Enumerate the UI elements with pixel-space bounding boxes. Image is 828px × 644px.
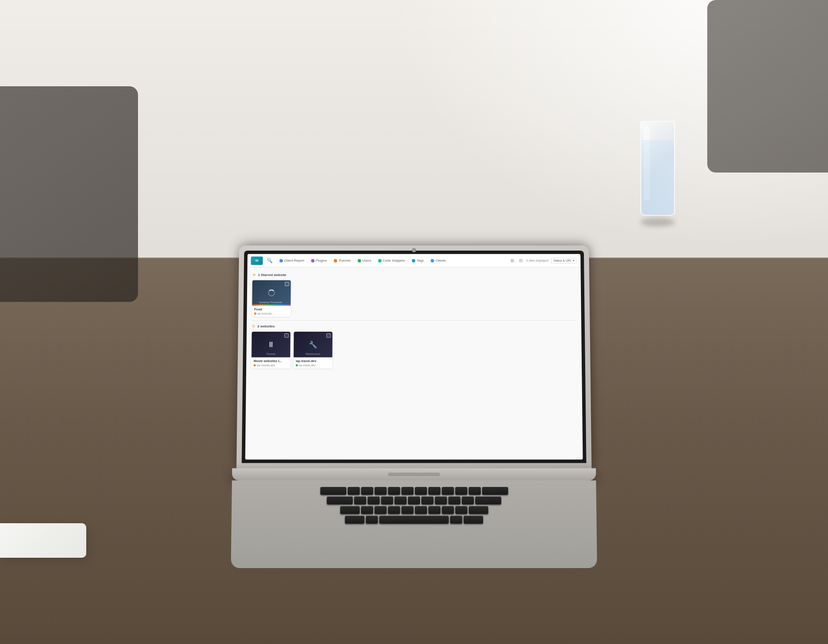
travel-site-card[interactable]: 🔧 Maintenance wp-travel.dev wp-travel.de… [294,332,332,368]
key-row-4 [257,516,571,524]
search-button[interactable]: 🔍 [265,256,274,265]
key-y [415,487,427,495]
status-dropdown-label: Status & URL [553,259,571,262]
tab-clients[interactable]: Clients [428,258,449,264]
key-shift-l [340,506,359,514]
app-header: W 🔍 Client Report Plugins [248,254,581,267]
key-u [428,487,440,495]
nav-tabs: Client Report Plugins Themes Users [276,258,507,264]
movie-site-card[interactable]: ⏸ Paused Movie websites t... wp-movies.d… [251,332,290,368]
starred-icon: ★ [252,273,256,277]
key-k [448,496,460,504]
app-logo[interactable]: W [251,256,263,265]
loading-spinner [268,289,275,296]
tab-themes[interactable]: Themes [331,258,354,264]
key-i [442,487,454,495]
app-content: ★ 1 Starred website Updating T [245,267,583,459]
starred-section-title: 1 Starred website [258,273,286,276]
key-alt-r [450,516,462,524]
dropdown-arrow-icon: ▾ [573,259,574,262]
laptop-lid: W 🔍 Client Report Plugins [236,245,591,468]
key-shift-r [468,506,488,514]
key-n [428,506,440,514]
key-row-3 [257,506,570,514]
movie-card-checkbox[interactable] [284,333,289,338]
key-h [421,496,433,504]
card-checkbox[interactable] [285,282,289,286]
loading-text: Updating Thumbnail... [252,301,291,304]
key-z [361,506,373,514]
food-site-wrapper: Updating Thumbnail... Food wp-food.dev [252,280,291,317]
travel-thumbnail: 🔧 Maintenance [294,332,332,357]
movie-site-name: Movie websites t... [254,359,288,363]
tab-code-snippets-label: Code Snippets [383,259,405,263]
tab-themes-label: Themes [339,259,351,263]
key-alt-l [366,516,378,524]
search-icon: 🔍 [267,258,273,264]
key-x [374,506,386,514]
travel-site-name: wp-travel.dev [296,359,330,363]
food-site-card[interactable]: Updating Thumbnail... Food wp-food.dev [252,280,291,317]
tab-users-label: Users [362,259,371,263]
food-thumbnail: Updating Thumbnail... [252,280,291,306]
movie-url-dot [254,364,256,366]
tab-client-report-label: Client Report [284,259,304,263]
key-l [462,496,474,504]
travel-site-wrapper: 🔧 Maintenance wp-travel.dev wp-travel.de… [294,332,332,368]
tab-tags[interactable]: Tags [409,258,427,264]
food-url-dot [254,312,256,314]
key-r [388,487,400,495]
key-c [388,506,400,514]
screen: W 🔍 Client Report Plugins [245,254,583,460]
tab-client-report[interactable]: Client Report [276,258,307,264]
key-g [408,496,420,504]
key-comma [455,506,467,514]
tab-users[interactable]: Users [354,258,374,264]
key-tab [320,487,346,495]
tags-icon [412,259,415,262]
starred-section-header: ★ 1 Starred website [252,273,575,277]
movie-site-wrapper: ⏸ Paused Movie websites t... wp-movies.d… [251,332,290,368]
laptop-base [232,468,596,481]
themes-icon [334,259,337,262]
travel-card-checkbox[interactable] [326,333,331,338]
client-report-icon [279,259,283,262]
food-url-text: wp-food.dev [257,312,272,315]
grid-large-view-button[interactable]: ⊞ [509,258,515,264]
grid-small-view-button[interactable]: ⊟ [518,258,524,264]
right-object [707,0,828,173]
header-right: ⊞ ⊟ 3 sites displayed Status & URL ▾ [509,258,577,264]
key-b [415,506,427,514]
key-e [374,487,386,495]
food-site-url: wp-food.dev [254,312,289,315]
clients-icon [431,259,434,262]
starred-sites-grid: Updating Thumbnail... Food wp-food.dev [252,280,576,317]
tab-code-snippets[interactable]: Code Snippets [375,258,408,264]
tab-plugins[interactable]: Plugins [308,258,330,264]
water-glass [638,121,677,233]
websites-icon: ⊟ [252,324,255,328]
key-space [379,516,448,524]
key-a [354,496,366,504]
travel-site-url: wp-travel.dev [296,364,330,367]
key-ctrl [345,516,364,524]
paused-label: Paused [251,353,290,355]
section-divider [252,320,576,320]
movie-url-text: wp-movies.dev [257,364,275,367]
maintenance-label: Maintenance [294,353,332,355]
key-w [361,487,373,495]
key-row-2 [258,496,571,504]
pause-icon: ⏸ [267,340,275,349]
key-caps [327,496,353,504]
chair-object [0,86,138,302]
movie-site-url: wp-movies.dev [254,364,288,367]
key-f [395,496,407,504]
status-dropdown[interactable]: Status & URL ▾ [551,258,577,264]
code-snippets-icon [378,259,382,262]
key-row-1 [258,487,570,495]
websites-grid: ⏸ Paused Movie websites t... wp-movies.d… [251,332,577,368]
key-v [401,506,413,514]
thumbnail-color-bar [252,305,291,306]
key-o [455,487,467,495]
keyboard[interactable] [231,481,597,568]
